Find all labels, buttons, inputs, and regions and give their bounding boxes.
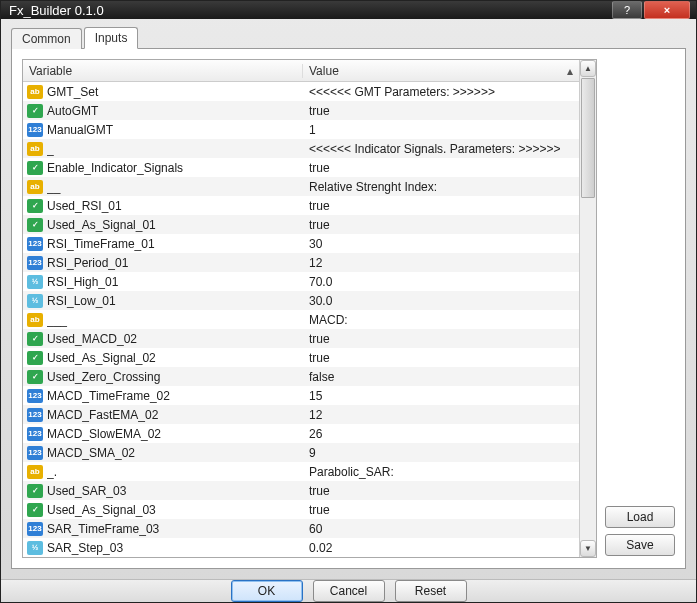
table-row[interactable]: 123MACD_FastEMA_0212 (23, 405, 579, 424)
variable-value[interactable]: true (303, 332, 579, 346)
table-row[interactable]: ✓AutoGMTtrue (23, 101, 579, 120)
table-row[interactable]: ✓Used_MACD_02true (23, 329, 579, 348)
variable-value[interactable]: <<<<<< GMT Parameters: >>>>>> (303, 85, 579, 99)
tab-common[interactable]: Common (11, 28, 82, 49)
table-row[interactable]: 123ManualGMT1 (23, 120, 579, 139)
variable-name: Used_As_Signal_03 (47, 503, 303, 517)
table-row[interactable]: ab__Relative Strenght Index: (23, 177, 579, 196)
table-row[interactable]: 123MACD_SMA_029 (23, 443, 579, 462)
variable-name: Used_MACD_02 (47, 332, 303, 346)
col-header-sort-icon[interactable]: ▴ (561, 64, 579, 78)
variable-name: SAR_Step_03 (47, 541, 303, 555)
help-button[interactable]: ? (612, 1, 642, 19)
reset-button[interactable]: Reset (395, 580, 467, 602)
variable-name: AutoGMT (47, 104, 303, 118)
titlebar[interactable]: Fx_Builder 0.1.0 ? × (1, 1, 696, 19)
table-row[interactable]: abGMT_Set<<<<<< GMT Parameters: >>>>>> (23, 82, 579, 101)
table-row[interactable]: ✓Used_As_Signal_03true (23, 500, 579, 519)
variable-value[interactable]: true (303, 199, 579, 213)
table-row[interactable]: 123RSI_TimeFrame_0130 (23, 234, 579, 253)
table-row[interactable]: ✓Used_Zero_Crossingfalse (23, 367, 579, 386)
variable-name: MACD_TimeFrame_02 (47, 389, 303, 403)
table-row[interactable]: ab_<<<<<< Indicator Signals. Parameters:… (23, 139, 579, 158)
variable-value[interactable]: Parabolic_SAR: (303, 465, 579, 479)
cancel-button[interactable]: Cancel (313, 580, 385, 602)
table-row[interactable]: ½RSI_Low_0130.0 (23, 291, 579, 310)
variable-value[interactable]: 15 (303, 389, 579, 403)
variable-value[interactable]: 0.02 (303, 541, 579, 555)
side-buttons: Load Save (605, 59, 675, 558)
variable-value[interactable]: Relative Strenght Index: (303, 180, 579, 194)
col-header-value[interactable]: Value (303, 64, 561, 78)
scroll-thumb[interactable] (581, 78, 595, 198)
table-row[interactable]: ✓Used_As_Signal_02true (23, 348, 579, 367)
variable-name: __ (47, 180, 303, 194)
save-button[interactable]: Save (605, 534, 675, 556)
table-row[interactable]: ✓Used_As_Signal_01true (23, 215, 579, 234)
tab-inputs[interactable]: Inputs (84, 27, 139, 49)
variable-value[interactable]: <<<<<< Indicator Signals. Parameters: >>… (303, 142, 579, 156)
table-row[interactable]: 123RSI_Period_0112 (23, 253, 579, 272)
variable-value[interactable]: 26 (303, 427, 579, 441)
window-title: Fx_Builder 0.1.0 (9, 3, 610, 18)
variable-name: RSI_High_01 (47, 275, 303, 289)
ok-button[interactable]: OK (231, 580, 303, 602)
load-button[interactable]: Load (605, 506, 675, 528)
variable-value[interactable]: 70.0 (303, 275, 579, 289)
variable-value[interactable]: 1 (303, 123, 579, 137)
variable-value[interactable]: 12 (303, 256, 579, 270)
int-type-icon: 123 (27, 427, 43, 441)
variable-name: _. (47, 465, 303, 479)
table-row[interactable]: ✓Used_RSI_01true (23, 196, 579, 215)
variable-name: RSI_Period_01 (47, 256, 303, 270)
variable-value[interactable]: 60 (303, 522, 579, 536)
variable-value[interactable]: true (303, 161, 579, 175)
variable-name: Used_Zero_Crossing (47, 370, 303, 384)
variable-value[interactable]: true (303, 104, 579, 118)
variable-value[interactable]: MACD: (303, 313, 579, 327)
col-header-variable[interactable]: Variable (23, 64, 303, 78)
int-type-icon: 123 (27, 522, 43, 536)
variable-value[interactable]: true (303, 484, 579, 498)
dbl-type-icon: ½ (27, 275, 43, 289)
variable-name: ManualGMT (47, 123, 303, 137)
table-row[interactable]: ½RSI_High_0170.0 (23, 272, 579, 291)
table-row[interactable]: 123MACD_TimeFrame_0215 (23, 386, 579, 405)
grid-body: abGMT_Set<<<<<< GMT Parameters: >>>>>>✓A… (23, 82, 579, 557)
variable-value[interactable]: 12 (303, 408, 579, 422)
table-row[interactable]: ✓Enable_Indicator_Signalstrue (23, 158, 579, 177)
ab-type-icon: ab (27, 313, 43, 327)
client-area: Common Inputs Variable Value ▴ abGMT_Set… (1, 19, 696, 579)
vertical-scrollbar[interactable]: ▲ ▼ (579, 60, 596, 557)
bottom-bar: OK Cancel Reset (1, 579, 696, 602)
variable-name: ___ (47, 313, 303, 327)
variable-value[interactable]: 9 (303, 446, 579, 460)
close-button[interactable]: × (644, 1, 690, 19)
dbl-type-icon: ½ (27, 541, 43, 555)
table-row[interactable]: 123SAR_TimeFrame_0360 (23, 519, 579, 538)
scroll-up-button[interactable]: ▲ (580, 60, 596, 77)
variable-name: Used_As_Signal_02 (47, 351, 303, 365)
int-type-icon: 123 (27, 237, 43, 251)
ab-type-icon: ab (27, 142, 43, 156)
variable-name: MACD_SMA_02 (47, 446, 303, 460)
table-row[interactable]: 123MACD_SlowEMA_0226 (23, 424, 579, 443)
variable-name: MACD_SlowEMA_02 (47, 427, 303, 441)
variable-value[interactable]: true (303, 503, 579, 517)
table-row[interactable]: ab___MACD: (23, 310, 579, 329)
variable-value[interactable]: false (303, 370, 579, 384)
app-window: Fx_Builder 0.1.0 ? × Common Inputs Varia… (0, 0, 697, 603)
variable-name: Used_As_Signal_01 (47, 218, 303, 232)
variable-value[interactable]: 30 (303, 237, 579, 251)
variable-name: Enable_Indicator_Signals (47, 161, 303, 175)
variable-value[interactable]: true (303, 218, 579, 232)
bool-type-icon: ✓ (27, 370, 43, 384)
table-row[interactable]: ✓Used_SAR_03true (23, 481, 579, 500)
scroll-down-button[interactable]: ▼ (580, 540, 596, 557)
table-row[interactable]: ½SAR_Step_030.02 (23, 538, 579, 557)
variable-value[interactable]: 30.0 (303, 294, 579, 308)
int-type-icon: 123 (27, 408, 43, 422)
table-row[interactable]: ab_.Parabolic_SAR: (23, 462, 579, 481)
variable-value[interactable]: true (303, 351, 579, 365)
bool-type-icon: ✓ (27, 503, 43, 517)
